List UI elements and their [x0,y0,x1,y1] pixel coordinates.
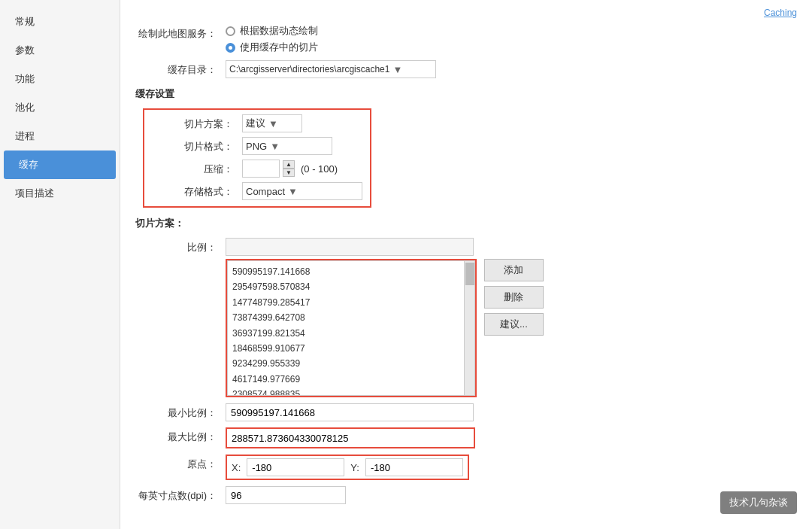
tile-scheme-section-header: 切片方案： [135,217,797,232]
scale-scrollbar-thumb[interactable] [465,263,474,285]
tile-scheme-select-wrap: 建议 ▼ [242,114,362,132]
cache-dir-label: 缓存目录： [135,60,226,77]
radio-dynamic-circle[interactable] [226,26,235,36]
watermark: 技术几句杂谈 [720,491,797,514]
origin-label: 原点： [135,455,226,471]
add-scale-button[interactable]: 添加 [484,259,544,281]
sidebar-item-canshu[interactable]: 参数 [0,36,120,65]
sidebar: 常规 参数 功能 池化 进程 缓存 项目描述 [0,0,120,529]
compression-spinner: ▲ ▼ [283,160,295,177]
origin-row: 原点： X: Y: [135,455,797,480]
min-scale-row: 最小比例： [135,403,797,421]
tile-format-select-wrap: PNG ▼ [242,137,362,155]
sidebar-item-xiangmu[interactable]: 项目描述 [0,179,120,208]
cache-dir-select[interactable]: C:\arcgisserver\directories\arcgiscache1… [226,60,436,78]
map-service-options: 根据数据动态绘制 使用缓存中的切片 [226,24,797,54]
compression-value-wrap: 75 ▲ ▼ (0 - 100) [242,160,362,178]
max-scale-border [226,427,475,448]
origin-x-input[interactable] [247,458,344,476]
tile-format-label: 切片格式： [152,137,242,154]
scale-item-6[interactable]: 9234299.955339 [232,356,470,371]
dpi-input[interactable] [226,486,346,504]
max-scale-label: 最大比例： [135,427,226,444]
cache-settings-box: 切片方案： 建议 ▼ 切片格式： [143,108,371,208]
caching-link[interactable]: Caching [135,8,797,18]
scale-row: 比例： 590995197.141668 295497598.570834 14… [135,238,797,397]
compression-down[interactable]: ▼ [283,169,295,177]
delete-scale-button[interactable]: 删除 [484,286,544,309]
min-scale-label: 最小比例： [135,403,226,420]
storage-format-select[interactable]: Compact ▼ [242,182,362,200]
origin-y-input[interactable] [365,458,463,476]
scale-content: 590995197.141668 295497598.570834 147748… [226,238,797,397]
sidebar-item-changgui[interactable]: 常规 [0,8,120,36]
origin-border: X: Y: [226,455,469,480]
cache-dir-arrow: ▼ [392,64,402,75]
tile-scheme-select[interactable]: 建议 ▼ [242,114,302,132]
compression-label: 压缩： [152,160,242,176]
scale-item-5[interactable]: 18468599.910677 [232,341,470,356]
scale-item-4[interactable]: 36937199.821354 [232,326,470,341]
cache-settings-header: 缓存设置 [135,87,797,102]
cache-dir-row: 缓存目录： C:\arcgisserver\directories\arcgis… [135,60,797,78]
compression-row: 压缩： 75 ▲ ▼ (0 - 100) [152,160,362,178]
scale-item-0[interactable]: 590995197.141668 [232,264,470,279]
max-scale-input[interactable] [227,429,474,447]
sidebar-item-gongneng[interactable]: 功能 [0,65,120,93]
max-scale-row: 最大比例： [135,427,797,448]
min-scale-value [226,403,797,421]
dpi-value [226,486,797,504]
storage-format-row: 存储格式： Compact ▼ [152,182,362,200]
tile-scheme-label: 切片方案： [152,114,242,131]
sidebar-item-chihua[interactable]: 池化 [0,93,120,122]
sidebar-item-huancun[interactable]: 缓存 [4,150,116,179]
scale-item-8[interactable]: 2308574.988835 [232,387,470,396]
scale-item-1[interactable]: 295497598.570834 [232,279,470,294]
scale-section: 590995197.141668 295497598.570834 147748… [226,259,797,397]
scale-label: 比例： [135,238,226,254]
map-service-row: 绘制此地图服务： 根据数据动态绘制 使用缓存中的切片 [135,24,797,54]
tile-scheme-row: 切片方案： 建议 ▼ [152,114,362,132]
scale-side-buttons: 添加 删除 建议... [484,259,544,336]
compression-input[interactable]: 75 [242,160,280,178]
map-service-label: 绘制此地图服务： [135,24,226,41]
suggest-scale-button[interactable]: 建议... [484,313,544,336]
scheme-arrow: ▼ [268,118,278,129]
radio-dynamic[interactable]: 根据数据动态绘制 [226,24,797,38]
scale-item-2[interactable]: 147748799.285417 [232,295,470,310]
scale-top-input[interactable] [226,238,474,256]
radio-cache[interactable]: 使用缓存中的切片 [226,41,797,54]
radio-cache-circle[interactable] [226,43,235,53]
compression-up[interactable]: ▲ [283,160,295,169]
cache-dir-value: C:\arcgisserver\directories\arcgiscache1… [226,60,797,78]
scale-list-content: 590995197.141668 295497598.570834 147748… [228,261,474,396]
scale-listbox-border: 590995197.141668 295497598.570834 147748… [226,259,477,397]
tile-format-select[interactable]: PNG ▼ [242,137,332,155]
dpi-row: 每英寸点数(dpi)： [135,486,797,504]
main-content: Caching 绘制此地图服务： 根据数据动态绘制 使用缓存中的切片 [120,0,812,529]
scale-listbox[interactable]: 590995197.141668 295497598.570834 147748… [227,260,475,396]
origin-value: X: Y: [226,455,797,480]
scale-item-7[interactable]: 4617149.977669 [232,372,470,387]
storage-format-select-wrap: Compact ▼ [242,182,362,200]
sidebar-item-jincheng[interactable]: 进程 [0,122,120,150]
storage-arrow: ▼ [288,186,298,197]
scale-scrollbar[interactable] [464,261,474,395]
dpi-label: 每英寸点数(dpi)： [135,486,226,503]
format-arrow: ▼ [270,141,280,152]
max-scale-value [226,427,797,448]
storage-format-label: 存储格式： [152,182,242,199]
tile-format-row: 切片格式： PNG ▼ [152,137,362,155]
min-scale-input[interactable] [226,403,474,421]
scale-item-3[interactable]: 73874399.642708 [232,310,470,325]
